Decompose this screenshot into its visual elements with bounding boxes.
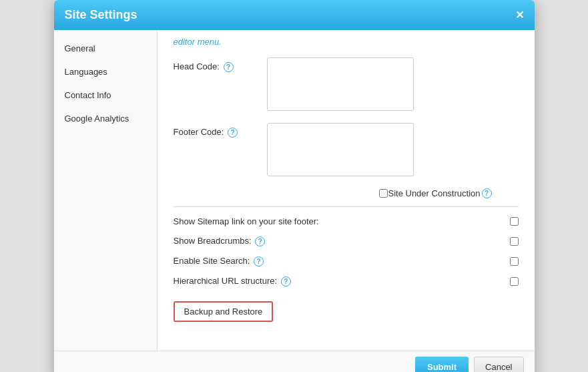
option-label-sitemap: Show Sitemap link on your site footer: xyxy=(174,216,503,226)
under-construction-label[interactable]: Site Under Construction ? xyxy=(379,188,491,198)
site-search-help-icon[interactable]: ? xyxy=(254,256,264,266)
sidebar-item-contact-info[interactable]: Contact Info xyxy=(54,83,157,107)
modal-title: Site Settings xyxy=(65,8,137,22)
site-settings-modal: Site Settings ✕ General Languages Contac… xyxy=(54,0,535,372)
under-construction-row: Site Under Construction ? xyxy=(174,188,519,198)
under-construction-help-icon[interactable]: ? xyxy=(482,188,492,198)
option-row-breadcrumbs: Show Breadcrumbs: ? xyxy=(174,236,519,246)
cancel-button[interactable]: Cancel xyxy=(474,357,523,372)
head-code-textarea[interactable] xyxy=(267,57,414,111)
sidebar-item-general[interactable]: General xyxy=(54,37,157,60)
divider xyxy=(174,206,519,207)
head-code-help-icon[interactable]: ? xyxy=(224,62,234,72)
option-label-site-search: Enable Site Search: ? xyxy=(174,256,503,266)
sidebar: General Languages Contact Info Google An… xyxy=(54,30,158,351)
hierarchical-url-help-icon[interactable]: ? xyxy=(281,276,291,287)
option-row-site-search: Enable Site Search: ? xyxy=(174,256,519,266)
option-row-hierarchical-url: Hierarchical URL structure: ? xyxy=(174,276,519,287)
under-construction-checkbox[interactable] xyxy=(379,189,388,198)
modal-body: General Languages Contact Info Google An… xyxy=(54,30,535,351)
modal-header: Site Settings ✕ xyxy=(54,0,535,30)
option-checkbox-sitemap[interactable] xyxy=(510,217,519,226)
head-code-label: Head Code: ? xyxy=(174,57,267,72)
footer-code-row: Footer Code: ? xyxy=(174,123,519,176)
option-checkbox-hierarchical-url[interactable] xyxy=(510,277,519,286)
editor-menu-text: editor menu. xyxy=(174,30,519,57)
modal-close-button[interactable]: ✕ xyxy=(515,10,524,21)
option-row-sitemap: Show Sitemap link on your site footer: xyxy=(174,216,519,226)
backup-restore-button[interactable]: Backup and Restore xyxy=(174,301,274,322)
option-label-hierarchical-url: Hierarchical URL structure: ? xyxy=(174,276,503,287)
option-checkbox-breadcrumbs[interactable] xyxy=(510,237,519,246)
options-section: Show Sitemap link on your site footer: S… xyxy=(174,216,519,322)
option-checkbox-site-search[interactable] xyxy=(510,257,519,266)
footer-code-help-icon[interactable]: ? xyxy=(228,128,238,138)
footer-code-label: Footer Code: ? xyxy=(174,123,267,138)
option-label-breadcrumbs: Show Breadcrumbs: ? xyxy=(174,236,503,246)
sidebar-item-languages[interactable]: Languages xyxy=(54,60,157,83)
content-area: editor menu. Head Code: ? Footer Code: ? xyxy=(158,30,535,351)
modal-footer: Submit Cancel xyxy=(54,351,535,372)
sidebar-item-google-analytics[interactable]: Google Analytics xyxy=(54,107,157,130)
breadcrumbs-help-icon[interactable]: ? xyxy=(255,236,265,246)
head-code-row: Head Code: ? xyxy=(174,57,519,111)
submit-button[interactable]: Submit xyxy=(415,357,469,372)
footer-code-textarea[interactable] xyxy=(267,123,414,176)
